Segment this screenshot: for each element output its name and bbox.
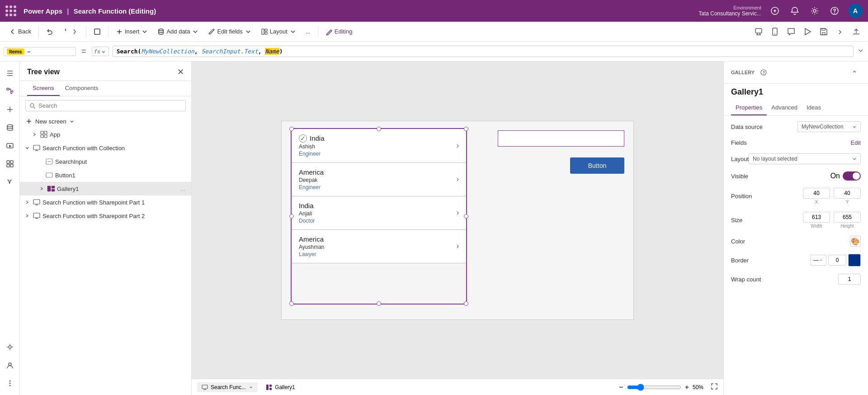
position-x-input: X [803,188,830,205]
help-icon[interactable] [828,5,841,17]
add-data-button[interactable]: Add data [154,26,203,37]
components-icon[interactable] [2,156,18,172]
insert-button[interactable]: Insert [112,26,152,37]
border-color-picker[interactable] [848,254,861,267]
redo-button[interactable] [59,26,82,37]
svg-rect-33 [33,145,40,150]
selection-handle-bl[interactable] [289,301,294,306]
svg-rect-20 [10,161,13,163]
plus-icon [25,118,33,125]
zoom-slider[interactable] [627,384,681,391]
wrap-count-input[interactable] [838,274,861,285]
item-dots[interactable]: … [180,186,186,192]
zoom-plus-icon[interactable]: + [685,383,689,391]
color-picker[interactable]: 🎨 [850,236,861,247]
selection-handle-bm[interactable] [377,301,381,306]
tab-components[interactable]: Components [60,81,104,96]
gallery-container[interactable]: ✓ India Ashish Engineer › America Deepak [291,128,467,305]
gallery-item-1[interactable]: America Deepak Engineer › [292,163,466,196]
treeview-icon[interactable] [2,83,18,100]
settings-icon[interactable] [808,5,821,17]
more-button[interactable]: ... [302,26,314,37]
phone-icon[interactable] [769,25,781,38]
canvas-button[interactable]: Button [570,157,624,174]
tree-close-button[interactable]: ✕ [177,67,184,77]
svg-rect-41 [202,385,208,389]
media-icon[interactable] [2,138,18,154]
edit-fields-button[interactable]: Edit fields [204,26,255,37]
play-icon[interactable] [801,25,814,38]
tree-item-button1[interactable]: Button1 [20,168,191,182]
data-source-select[interactable]: MyNewCollection [797,121,861,132]
zoom-minus-icon[interactable]: − [619,383,623,391]
data-icon[interactable] [2,119,18,136]
settings-nav-icon[interactable] [2,339,18,355]
insert-icon[interactable] [2,101,18,118]
tree-item-label: Search Function with Sharepoint Part 2 [42,213,186,219]
tree-item-sp1[interactable]: Search Function with Sharepoint Part 1 [20,195,191,209]
screen-tab[interactable]: Search Func... [197,382,258,392]
selection-handle-br[interactable] [464,301,468,306]
panel-help-icon[interactable] [757,66,770,79]
svg-rect-42 [266,385,269,390]
fx-button[interactable]: f x [92,47,109,56]
selection-handle-tl[interactable] [289,127,294,131]
border-style-select[interactable]: — [810,255,826,266]
menu-icon[interactable] [2,65,18,81]
gallery-tab-icon [266,384,272,390]
rp-tab-properties[interactable]: Properties [731,100,767,115]
formula-input[interactable]: Search(MyNewCollection, SearchInput.Text… [113,46,854,57]
canvas-search-input[interactable] [498,130,624,147]
rp-tab-advanced[interactable]: Advanced [767,100,802,115]
gallery-item-2[interactable]: India Anjali Doctor › [292,196,466,230]
new-screen-button[interactable]: New screen [20,115,191,128]
save-icon[interactable] [817,25,830,38]
formula-bar: Items = f x Search(MyNewCollection, Sear… [0,42,868,62]
tree-item-sp2[interactable]: Search Function with Sharepoint Part 2 [20,209,191,223]
property-selector[interactable]: Items [4,47,76,56]
tree-search-box[interactable] [25,100,186,111]
variables-icon[interactable] [2,174,18,190]
visible-toggle[interactable] [843,171,861,181]
layout-select[interactable]: No layout selected [749,153,861,164]
panel-expand-icon[interactable] [848,66,861,79]
share-icon[interactable] [752,25,765,38]
selection-handle-ml[interactable] [289,214,294,219]
comment-icon[interactable] [785,25,797,38]
formula-expand-icon[interactable] [857,47,864,56]
rp-tab-ideas[interactable]: Ideas [802,100,826,115]
tree-item-app[interactable]: App [20,128,191,141]
copilot-icon[interactable] [769,5,781,17]
canvas-area: ✓ India Ashish Engineer › America Deepak [192,62,723,395]
gallery-item-3[interactable]: America Ayushman Lawyer › [292,230,466,263]
tab-screens[interactable]: Screens [27,81,60,96]
gallery-tab[interactable]: Gallery1 [261,382,300,392]
publish-icon[interactable] [850,25,863,38]
users-icon[interactable] [2,357,18,373]
tree-item-screen-main[interactable]: Search Function with Collection [20,141,191,155]
tree-item-gallery1[interactable]: Gallery1 … [20,182,191,195]
selection-handle-tr[interactable] [464,127,468,131]
selection-handle-mr[interactable] [464,214,468,219]
layout-button[interactable]: Layout [257,26,300,37]
back-button[interactable]: Back [5,26,35,37]
chevron-right-icon [31,131,38,138]
top-bar: Power Apps | Search Function (Editing) E… [0,0,868,22]
user-avatar[interactable]: A [848,4,863,18]
save-chevron-icon[interactable] [834,25,846,38]
tree-item-searchinput[interactable]: SearchInput [20,155,191,168]
notification-icon[interactable] [788,5,801,17]
waffle-icon[interactable] [5,5,16,16]
fields-edit-link[interactable]: Edit [851,139,861,146]
gallery-item-0[interactable]: ✓ India Ashish Engineer › [292,129,466,163]
border-width-input[interactable] [828,255,846,266]
fullscreen-icon[interactable] [711,383,718,391]
gallery-tab-label: Gallery1 [275,384,295,390]
undo-button[interactable] [42,26,57,37]
tree-search-input[interactable] [38,102,182,109]
cut-button[interactable] [90,26,104,37]
selection-handle-tm[interactable] [377,127,381,131]
tree-item-label: Button1 [55,172,186,179]
more-nav-icon[interactable] [2,375,18,391]
editing-button[interactable]: Editing [322,26,356,37]
